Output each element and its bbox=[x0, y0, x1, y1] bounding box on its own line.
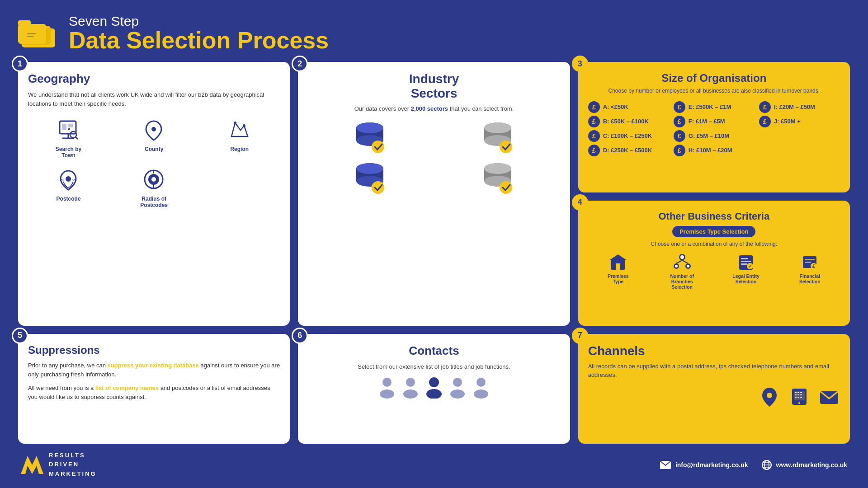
radius-label: Radius ofPostcodes bbox=[140, 196, 168, 208]
db-icon-1 bbox=[352, 120, 388, 156]
step6-title: Contacts bbox=[308, 344, 560, 358]
svg-point-37 bbox=[372, 181, 384, 194]
step5-suppressions: 5 Suppressions Prior to any purchase, we… bbox=[18, 334, 290, 444]
step2-badge: 2 bbox=[292, 56, 308, 72]
pound-icon-i: £ bbox=[759, 101, 771, 113]
financial-item: £ FinancialSelection bbox=[780, 253, 840, 290]
svg-rect-45 bbox=[616, 263, 620, 270]
financial-label: FinancialSelection bbox=[799, 273, 821, 284]
size-label-g: G: £5M – £10M bbox=[689, 132, 729, 139]
svg-rect-56 bbox=[741, 261, 751, 262]
size-label-a: A: <£50K bbox=[603, 103, 628, 110]
size-item-i: £I: £20M – £50M bbox=[759, 101, 840, 113]
svg-rect-7 bbox=[62, 124, 66, 130]
step7-description: All records can be supplied with a posta… bbox=[588, 362, 840, 380]
step3-size: 3 Size of Organisation Choose by number … bbox=[578, 62, 850, 192]
svg-point-70 bbox=[426, 389, 442, 399]
footer-contact: info@rdmarketing.co.uk www.rdmarketing.c… bbox=[660, 460, 847, 470]
svg-rect-9 bbox=[68, 128, 70, 130]
pound-icon-d: £ bbox=[588, 145, 600, 156]
pound-icon-j: £ bbox=[759, 116, 771, 127]
svg-text:✓: ✓ bbox=[748, 264, 752, 269]
svg-point-52 bbox=[675, 265, 678, 267]
svg-point-67 bbox=[406, 378, 415, 387]
svg-marker-44 bbox=[610, 254, 626, 260]
size-label-d: D: £250K – £500K bbox=[603, 147, 652, 154]
size-item-j: £J: £50M + bbox=[759, 116, 840, 127]
svg-rect-81 bbox=[800, 392, 802, 393]
step2-industry: 2 IndustrySectors Our data covers over 2… bbox=[298, 62, 570, 326]
svg-point-65 bbox=[382, 378, 392, 387]
header-icon bbox=[18, 16, 59, 50]
step1-badge: 1 bbox=[12, 56, 28, 72]
location-icon bbox=[759, 386, 780, 408]
step1-geography: 1 Geography We understand that not all c… bbox=[18, 62, 290, 326]
footer-email: info@rdmarketing.co.uk bbox=[660, 461, 748, 469]
size-item-f: £F: £1M – £5M bbox=[674, 116, 755, 127]
geo-item-search-by-town: Search byTown bbox=[28, 116, 109, 159]
size-item-d: £D: £250K – £500K bbox=[588, 145, 669, 156]
size-item-a: £A: <£50K bbox=[588, 101, 669, 113]
step6-badge: 6 bbox=[292, 328, 308, 344]
step7-badge: 7 bbox=[572, 328, 588, 344]
svg-point-20 bbox=[151, 177, 156, 182]
svg-point-31 bbox=[484, 122, 511, 133]
geo-item-postcode: Postcode bbox=[28, 166, 109, 208]
step4-title: Other Business Criteria bbox=[588, 211, 840, 222]
step5-para2: All we need from you is a list of compan… bbox=[28, 384, 280, 402]
svg-point-16 bbox=[243, 124, 245, 127]
svg-point-32 bbox=[500, 141, 512, 153]
svg-point-71 bbox=[453, 378, 462, 387]
db-icon-4 bbox=[480, 160, 516, 197]
pound-icon-f: £ bbox=[674, 116, 685, 127]
step2-title: IndustrySectors bbox=[308, 72, 560, 101]
phone-icon bbox=[788, 386, 810, 408]
geo-item-region: Region bbox=[199, 116, 280, 159]
person-icon-5 bbox=[471, 377, 491, 397]
svg-point-69 bbox=[429, 377, 439, 387]
postcode-label: Postcode bbox=[57, 196, 81, 202]
step3-badge: 3 bbox=[572, 56, 588, 72]
step3-title: Size of Organisation bbox=[588, 72, 840, 84]
header-title: Data Selection Process bbox=[69, 28, 329, 52]
header-text: Seven Step Data Selection Process bbox=[69, 14, 329, 52]
legal-entity-item: ✓ Legal EntitySelection bbox=[716, 253, 776, 290]
premises-type-label: PremisesType bbox=[608, 273, 629, 284]
size-label-b: B: £50K – £100K bbox=[603, 118, 649, 125]
svg-point-27 bbox=[372, 141, 384, 153]
db-icon-3 bbox=[352, 160, 388, 197]
branches-item: Number ofBranchesSelection bbox=[652, 253, 712, 290]
svg-line-13 bbox=[75, 137, 78, 139]
pound-icon-e: £ bbox=[674, 101, 685, 113]
header: Seven Step Data Selection Process bbox=[18, 14, 850, 52]
svg-point-14 bbox=[151, 127, 156, 131]
size-item-g: £G: £5M – £10M bbox=[674, 130, 755, 142]
footer-email-text: info@rdmarketing.co.uk bbox=[675, 461, 748, 469]
svg-rect-5 bbox=[27, 36, 33, 37]
svg-point-12 bbox=[70, 131, 76, 138]
search-by-town-label: Search byTown bbox=[56, 146, 81, 159]
step1-title: Geography bbox=[28, 72, 280, 86]
person-icon-3-highlighted bbox=[424, 377, 444, 397]
size-item-b: £B: £50K – £100K bbox=[588, 116, 669, 127]
footer-logo: RESULTS DRIVEN MARKETING bbox=[21, 451, 97, 479]
person-icons bbox=[308, 377, 560, 397]
svg-rect-87 bbox=[800, 397, 802, 398]
svg-point-17 bbox=[66, 176, 71, 182]
svg-point-78 bbox=[798, 402, 800, 404]
svg-rect-55 bbox=[741, 258, 748, 259]
logo-line2: DRIVEN bbox=[49, 460, 97, 469]
svg-point-26 bbox=[356, 122, 383, 133]
radius-icon bbox=[141, 166, 168, 193]
footer-globe-icon bbox=[762, 460, 772, 470]
db-icon-2 bbox=[480, 120, 516, 156]
region-icon bbox=[226, 116, 253, 143]
region-label: Region bbox=[230, 146, 249, 152]
svg-point-68 bbox=[403, 389, 418, 399]
svg-point-53 bbox=[687, 265, 689, 267]
step6-contacts: 6 Contacts Select from our extensive lis… bbox=[298, 334, 570, 444]
person-icon-4 bbox=[448, 377, 467, 397]
header-subtitle: Seven Step bbox=[69, 14, 329, 28]
svg-rect-61 bbox=[805, 259, 815, 260]
db-icons-grid bbox=[308, 120, 560, 197]
